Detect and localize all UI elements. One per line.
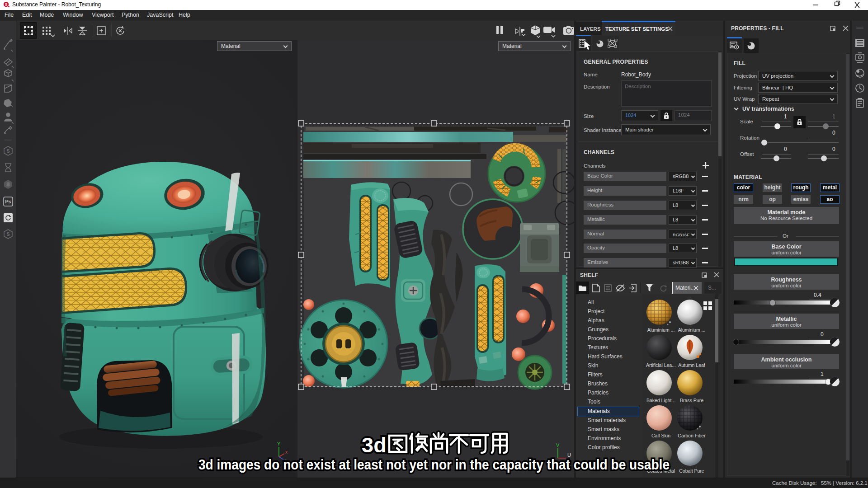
svg-text:S: S [7, 182, 10, 187]
svg-text:S: S [7, 232, 10, 237]
svg-text:Ps: Ps [5, 199, 11, 204]
svg-text:x: x [285, 450, 288, 455]
svg-text:S: S [5, 2, 8, 7]
svg-text:S: S [7, 149, 10, 154]
svg-text:V: V [556, 442, 560, 448]
svg-text:z: z [284, 458, 287, 463]
svg-text:U: U [567, 452, 571, 458]
svg-text:Y: Y [277, 441, 281, 446]
